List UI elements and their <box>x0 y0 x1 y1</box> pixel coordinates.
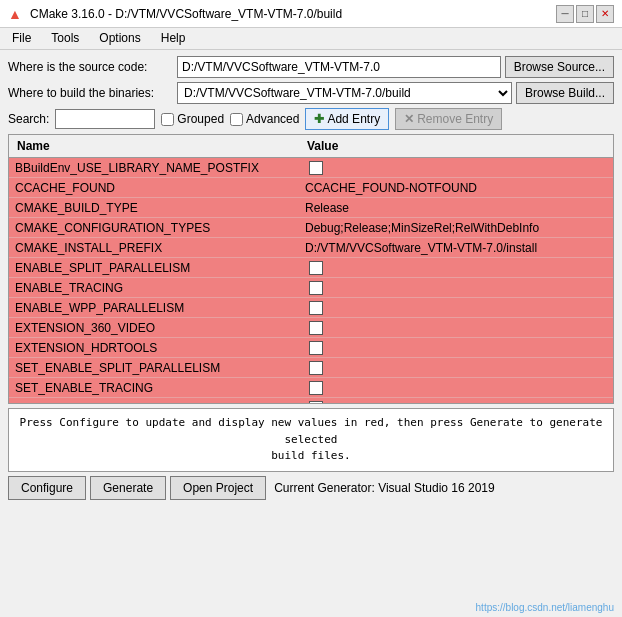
maximize-button[interactable]: □ <box>576 5 594 23</box>
grouped-label: Grouped <box>177 112 224 126</box>
cell-checkbox[interactable] <box>309 261 323 275</box>
menu-bar: File Tools Options Help <box>0 28 622 50</box>
name-cell: ENABLE_SPLIT_PARALLELISM <box>9 258 299 277</box>
table-row[interactable]: SET_ENABLE_TRACING <box>9 378 613 398</box>
app-icon: ▲ <box>8 6 24 22</box>
cell-checkbox[interactable] <box>309 321 323 335</box>
menu-options[interactable]: Options <box>91 30 148 47</box>
name-cell: EXTENSION_360_VIDEO <box>9 318 299 337</box>
cell-checkbox[interactable] <box>309 301 323 315</box>
advanced-checkbox[interactable] <box>230 113 243 126</box>
table-row[interactable]: ENABLE_SPLIT_PARALLELISM <box>9 258 613 278</box>
table-body: BBuildEnv_USE_LIBRARY_NAME_POSTFIXCCACHE… <box>9 158 613 404</box>
table-row[interactable]: CCACHE_FOUNDCCACHE_FOUND-NOTFOUND <box>9 178 613 198</box>
name-cell: SET_ENABLE_WPP_PARALLELISM <box>9 398 299 404</box>
name-cell: CMAKE_BUILD_TYPE <box>9 198 299 217</box>
name-cell: CMAKE_CONFIGURATION_TYPES <box>9 218 299 237</box>
cmake-table: Name Value BBuildEnv_USE_LIBRARY_NAME_PO… <box>8 134 614 404</box>
title-bar: ▲ CMake 3.16.0 - D:/VTM/VVCSoftware_VTM-… <box>0 0 622 28</box>
title-bar-title: CMake 3.16.0 - D:/VTM/VVCSoftware_VTM-VT… <box>30 7 342 21</box>
source-input[interactable] <box>177 56 501 78</box>
info-area: Press Configure to update and display ne… <box>8 408 614 472</box>
watermark: https://blog.csdn.net/liamenghu <box>476 602 614 613</box>
table-header: Name Value <box>9 135 613 158</box>
generate-button[interactable]: Generate <box>90 476 166 500</box>
value-cell: CCACHE_FOUND-NOTFOUND <box>299 178 613 197</box>
menu-file[interactable]: File <box>4 30 39 47</box>
name-cell: ENABLE_WPP_PARALLELISM <box>9 298 299 317</box>
info-line1: Press Configure to update and display ne… <box>20 416 603 446</box>
table-row[interactable]: EXTENSION_360_VIDEO <box>9 318 613 338</box>
title-bar-left: ▲ CMake 3.16.0 - D:/VTM/VVCSoftware_VTM-… <box>8 6 342 22</box>
name-cell: ENABLE_TRACING <box>9 278 299 297</box>
value-cell: D:/VTM/VVCSoftware_VTM-VTM-7.0/install <box>299 238 613 257</box>
search-label: Search: <box>8 112 49 126</box>
cell-checkbox[interactable] <box>309 341 323 355</box>
toolbar-row: Search: Grouped Advanced ✚ Add Entry ✕ R… <box>8 108 614 130</box>
close-button[interactable]: ✕ <box>596 5 614 23</box>
build-select[interactable]: D:/VTM/VVCSoftware_VTM-VTM-7.0/build <box>177 82 512 104</box>
table-row[interactable]: SET_ENABLE_SPLIT_PARALLELISM <box>9 358 613 378</box>
table-row[interactable]: CMAKE_BUILD_TYPERelease <box>9 198 613 218</box>
search-input[interactable] <box>55 109 155 129</box>
minimize-button[interactable]: ─ <box>556 5 574 23</box>
name-cell: SET_ENABLE_SPLIT_PARALLELISM <box>9 358 299 377</box>
menu-tools[interactable]: Tools <box>43 30 87 47</box>
value-cell <box>299 398 613 404</box>
build-label: Where to build the binaries: <box>8 86 173 100</box>
add-entry-label: Add Entry <box>327 112 380 126</box>
name-cell: SET_ENABLE_TRACING <box>9 378 299 397</box>
add-entry-button[interactable]: ✚ Add Entry <box>305 108 389 130</box>
table-row[interactable]: BBuildEnv_USE_LIBRARY_NAME_POSTFIX <box>9 158 613 178</box>
cell-checkbox[interactable] <box>309 401 323 405</box>
advanced-label: Advanced <box>246 112 299 126</box>
value-cell <box>299 318 613 337</box>
value-cell: Release <box>299 198 613 217</box>
main-content: Where is the source code: Browse Source.… <box>0 50 622 506</box>
name-header: Name <box>13 137 303 155</box>
table-row[interactable]: ENABLE_WPP_PARALLELISM <box>9 298 613 318</box>
menu-help[interactable]: Help <box>153 30 194 47</box>
name-cell: CCACHE_FOUND <box>9 178 299 197</box>
cell-checkbox[interactable] <box>309 361 323 375</box>
bottom-buttons: Configure Generate Open Project Current … <box>8 476 614 500</box>
remove-entry-button[interactable]: ✕ Remove Entry <box>395 108 502 130</box>
grouped-checkbox-label[interactable]: Grouped <box>161 112 224 126</box>
open-project-button[interactable]: Open Project <box>170 476 266 500</box>
value-cell <box>299 298 613 317</box>
table-row[interactable]: CMAKE_CONFIGURATION_TYPESDebug;Release;M… <box>9 218 613 238</box>
source-row: Where is the source code: Browse Source.… <box>8 56 614 78</box>
title-bar-controls[interactable]: ─ □ ✕ <box>556 5 614 23</box>
generator-label: Current Generator: Visual Studio 16 2019 <box>274 481 495 495</box>
cell-checkbox[interactable] <box>309 281 323 295</box>
value-header: Value <box>303 137 609 155</box>
cell-checkbox[interactable] <box>309 161 323 175</box>
value-cell <box>299 378 613 397</box>
value-cell <box>299 258 613 277</box>
configure-button[interactable]: Configure <box>8 476 86 500</box>
browse-source-button[interactable]: Browse Source... <box>505 56 614 78</box>
value-cell <box>299 338 613 357</box>
grouped-checkbox[interactable] <box>161 113 174 126</box>
value-cell <box>299 158 613 177</box>
name-cell: BBuildEnv_USE_LIBRARY_NAME_POSTFIX <box>9 158 299 177</box>
build-row: Where to build the binaries: D:/VTM/VVCS… <box>8 82 614 104</box>
table-row[interactable]: EXTENSION_HDRTOOLS <box>9 338 613 358</box>
table-row[interactable]: ENABLE_TRACING <box>9 278 613 298</box>
value-cell: Debug;Release;MinSizeRel;RelWithDebInfo <box>299 218 613 237</box>
source-label: Where is the source code: <box>8 60 173 74</box>
table-row[interactable]: SET_ENABLE_WPP_PARALLELISM <box>9 398 613 404</box>
browse-build-button[interactable]: Browse Build... <box>516 82 614 104</box>
x-icon: ✕ <box>404 112 414 126</box>
value-cell <box>299 278 613 297</box>
remove-entry-label: Remove Entry <box>417 112 493 126</box>
plus-icon: ✚ <box>314 112 324 126</box>
name-cell: CMAKE_INSTALL_PREFIX <box>9 238 299 257</box>
advanced-checkbox-label[interactable]: Advanced <box>230 112 299 126</box>
value-cell <box>299 358 613 377</box>
table-row[interactable]: CMAKE_INSTALL_PREFIXD:/VTM/VVCSoftware_V… <box>9 238 613 258</box>
cell-checkbox[interactable] <box>309 381 323 395</box>
info-line2: build files. <box>271 449 350 462</box>
name-cell: EXTENSION_HDRTOOLS <box>9 338 299 357</box>
